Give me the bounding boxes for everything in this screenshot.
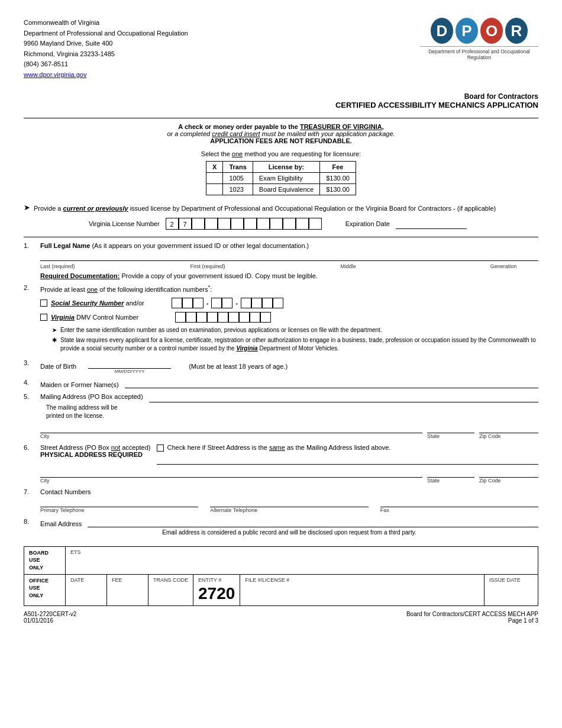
lic-cell-10[interactable] (283, 218, 296, 230)
city-label: City (40, 433, 422, 439)
mailing-state-input[interactable] (427, 424, 474, 433)
table-row: 1005 Exam Eligibility $130.00 (206, 172, 356, 183)
lic-cell-7[interactable] (244, 218, 257, 230)
dmv-cell[interactable] (196, 312, 207, 323)
lic-cell-11[interactable] (296, 218, 309, 230)
lic-cell-9[interactable] (270, 218, 283, 230)
ssn-cell[interactable] (222, 298, 232, 308)
section-3-number: 3. (24, 359, 35, 366)
section-5: 5. Mailing Address (PO Box accepted) The… (24, 393, 538, 439)
alt-tel-input[interactable] (210, 498, 368, 507)
ssn-group1 (172, 298, 204, 308)
dmv-cell[interactable] (218, 312, 228, 323)
credit-card-link[interactable]: credit card insert (212, 130, 260, 137)
section-1: 1. Full Legal Name (As it appears on you… (24, 242, 538, 279)
row2-trans: 1023 (223, 183, 253, 195)
ssn-row: Social Security Number and/or - - (40, 298, 538, 308)
dmv-cell[interactable] (186, 312, 196, 323)
footer: A501-2720CERT-v2 01/01/2016 Board for Co… (24, 611, 538, 624)
mailing-city-row: City State Zip Code (40, 424, 538, 439)
street-city-input[interactable] (40, 468, 422, 478)
fax-input[interactable] (380, 498, 538, 507)
row2-license: Board Equivalence (253, 183, 319, 195)
ssn-cell[interactable] (273, 298, 283, 308)
primary-tel-label: Primary Telephone (40, 507, 198, 513)
ssn-cell[interactable] (241, 298, 251, 308)
payment-line2: or a completed credit card insert must b… (24, 130, 538, 137)
street-state-input[interactable] (427, 468, 474, 478)
footer-page: Page 1 of 3 (406, 617, 538, 624)
dob-input[interactable] (88, 359, 171, 369)
dmv-row: Virginia DMV Control Number (40, 312, 538, 323)
lic-cell-1[interactable]: 2 (166, 218, 179, 230)
col-fee: Fee (320, 161, 356, 172)
lic-cell-3[interactable] (192, 218, 205, 230)
org-phone: (804) 367-8511 (24, 59, 188, 70)
ssn-dash2: - (234, 299, 240, 307)
mailing-address-input[interactable] (149, 393, 538, 402)
contact-label: Contact Numbers (40, 488, 91, 495)
lic-cell-4[interactable] (205, 218, 218, 230)
section-6: 6. Street Address (PO Box not accepted) … (24, 444, 538, 484)
ssn-checkbox[interactable] (40, 299, 47, 307)
ssn-group3 (241, 298, 283, 308)
mailing-zip-input[interactable] (479, 424, 538, 433)
zip-label: Zip Code (479, 433, 538, 439)
dmv-cell[interactable] (260, 312, 271, 323)
expiration-label: Expiration Date (345, 220, 390, 227)
dmv-checkbox[interactable] (40, 314, 47, 321)
star-bullet: ✱ (52, 336, 57, 353)
ssn-cell[interactable] (262, 298, 273, 308)
lic-cell-5[interactable] (218, 218, 231, 230)
payment-text2-prefix: or a completed (167, 130, 212, 137)
section-2-content: Provide at least one of the following id… (40, 284, 538, 355)
row1-trans: 1005 (223, 172, 253, 183)
ssn-cell[interactable] (172, 298, 182, 308)
dmv-cell[interactable] (228, 312, 239, 323)
same-address-row: Check here if Street Address is the same… (157, 444, 538, 452)
middle-name-label: Middle (340, 263, 356, 269)
dmv-cell[interactable] (175, 312, 186, 323)
alt-tel-field: Alternate Telephone (210, 498, 368, 513)
dob-row: Date of Birth MM/DD/YYYY (Must be at lea… (40, 359, 538, 374)
ets-value (70, 555, 533, 569)
org-line1: Commonwealth of Virginia (24, 18, 188, 28)
fax-field: Fax (380, 498, 538, 513)
section-8: 8. Email Address Email address is consid… (24, 518, 538, 536)
mailing-note-line1: The mailing address will be (46, 404, 538, 412)
payment-text1: A check or money order payable to the TR… (178, 123, 383, 130)
section-8-content: Email Address Email address is considere… (40, 518, 538, 536)
expiration-field[interactable] (396, 218, 467, 229)
payment-line1: A check or money order payable to the TR… (24, 123, 538, 130)
dmv-cell[interactable] (239, 312, 250, 323)
ssn-cell[interactable] (182, 298, 193, 308)
lic-cell-8[interactable] (257, 218, 270, 230)
lic-cell-12[interactable] (309, 218, 322, 230)
street-zip-field: Zip Code (479, 468, 538, 484)
lic-cell-6[interactable] (231, 218, 244, 230)
dmv-cell[interactable] (207, 312, 218, 323)
ssn-cell[interactable] (251, 298, 262, 308)
full-name-underline[interactable] (40, 252, 538, 261)
lic-cell-2[interactable]: 7 (179, 218, 192, 230)
mailing-city-input[interactable] (40, 424, 422, 433)
dmv-cell[interactable] (250, 312, 260, 323)
email-input[interactable] (88, 518, 538, 527)
generation-label: Generation (490, 263, 517, 269)
section-4-number: 4. (24, 379, 35, 386)
ssn-cell[interactable] (211, 298, 222, 308)
ssn-cell[interactable] (193, 298, 204, 308)
board-title: Board for Contractors (24, 92, 538, 101)
street-zip-input[interactable] (479, 468, 538, 478)
name-fields: Last (required) First (required) Middle … (40, 262, 538, 269)
same-address-checkbox[interactable] (157, 444, 164, 452)
board-use-label: BOARDUSEONLY (24, 547, 66, 574)
section-6-content: Street Address (PO Box not accepted) PHY… (40, 444, 538, 484)
street-address-input[interactable] (157, 455, 538, 465)
maiden-input[interactable] (125, 379, 538, 388)
org-url-link[interactable]: www.dpor.virginia.gov (24, 71, 86, 78)
primary-tel-input[interactable] (40, 498, 198, 507)
bullet-item-1: ➤ Enter the same identification number a… (52, 326, 538, 334)
row1-x[interactable] (206, 172, 223, 183)
row2-x[interactable] (206, 183, 223, 195)
